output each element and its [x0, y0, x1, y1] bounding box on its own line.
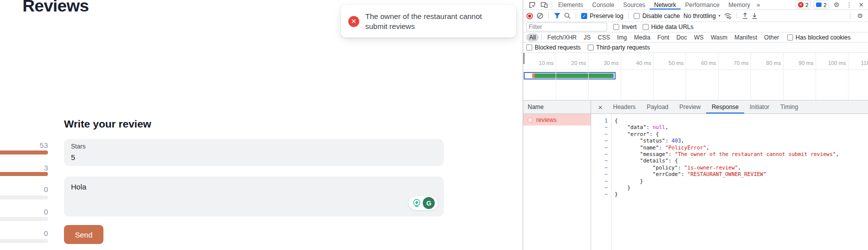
settings-icon[interactable]: ⚙ [834, 1, 840, 8]
filter-chip-js[interactable]: JS [581, 34, 594, 42]
third-party-requests-checkbox[interactable]: Third-party requests [588, 44, 650, 51]
code-text: "message": "The owner of the restaurant … [611, 151, 839, 158]
filter-funnel-icon[interactable] [554, 12, 561, 19]
checkbox-icon [613, 24, 619, 30]
timeline-gridline [588, 53, 589, 100]
gutter-divider [611, 114, 612, 250]
token-key: "error" [627, 131, 649, 137]
kebab-menu-icon[interactable]: ⋮ [846, 1, 853, 8]
device-toolbar-icon[interactable] [541, 2, 548, 8]
checkbox-checked-icon: ✓ [581, 13, 587, 19]
rating-count: 0 [0, 185, 48, 194]
network-settings-icon[interactable]: ⚙ [857, 12, 863, 20]
rating-bar [0, 172, 48, 176]
token-pl: } [615, 184, 631, 190]
token-key: "details" [640, 158, 669, 164]
gutter-marker[interactable]: − [591, 158, 611, 164]
has-blocked-cookies-checkbox[interactable]: Has blocked cookies [787, 34, 851, 41]
gutter-marker[interactable]: − [591, 178, 611, 184]
request-overview-bar[interactable] [524, 72, 616, 80]
stars-value: 5 [71, 153, 437, 162]
disable-cache-checkbox[interactable]: Disable cache [634, 12, 680, 20]
tab-console[interactable]: Console [588, 0, 619, 10]
token-pl: , [836, 151, 839, 157]
gutter-marker[interactable]: − [591, 131, 611, 138]
checkbox-icon [787, 34, 793, 40]
rating-bar [0, 150, 48, 154]
gutter-marker[interactable]: − [591, 151, 611, 158]
invert-checkbox[interactable]: Invert [613, 24, 637, 30]
tab-performance[interactable]: Performance [681, 0, 724, 10]
code-text: "status": 403, [611, 138, 684, 144]
import-har-icon[interactable] [742, 12, 748, 19]
gutter-marker[interactable]: − [591, 164, 611, 171]
error-count-badge[interactable]: ✕ 2 [796, 0, 811, 9]
blocked-requests-checkbox[interactable]: Blocked requests [526, 44, 581, 51]
suggestion-bulb-icon[interactable] [412, 198, 422, 208]
timeline-gridline [718, 53, 719, 100]
record-icon[interactable] [526, 12, 533, 20]
grammarly-icon[interactable]: G [423, 197, 435, 209]
name-column-header[interactable]: Name [523, 100, 591, 114]
clear-icon[interactable] [537, 12, 543, 19]
issues-badge[interactable]: 2 [814, 0, 829, 9]
throttling-select[interactable]: No throttling ▾ [684, 12, 721, 20]
code-text: "data": null, [611, 124, 669, 130]
detail-tab-preview[interactable]: Preview [674, 100, 707, 114]
gutter-marker[interactable]: − [591, 171, 611, 178]
tab-memory[interactable]: Memory [724, 0, 755, 10]
filter-chip-wasm[interactable]: Wasm [708, 34, 731, 42]
detail-tabs: × HeadersPayloadPreviewResponseInitiator… [591, 100, 868, 114]
close-detail-icon[interactable]: × [598, 103, 603, 112]
gutter-marker[interactable]: − [591, 184, 611, 191]
close-devtools-icon[interactable]: × [859, 0, 864, 10]
chevron-down-icon: ▾ [718, 14, 720, 18]
filter-chip-ws[interactable]: WS [691, 34, 707, 42]
gutter-marker[interactable]: 1 [591, 118, 611, 124]
stars-field[interactable]: Stars 5 [64, 139, 444, 166]
detail-tab-headers[interactable]: Headers [608, 100, 641, 114]
filter-chip-all[interactable]: All [526, 34, 539, 42]
filter-chip-css[interactable]: CSS [595, 34, 613, 42]
main-tabs: ElementsConsoleSourcesNetworkPerformance… [554, 0, 755, 10]
checkbox-icon [634, 13, 640, 19]
rating-bar [0, 239, 48, 243]
search-icon[interactable] [564, 12, 571, 19]
type-chips: AllFetch/XHRJSCSSImgMediaFontDocWSWasmMa… [526, 34, 782, 42]
request-row-reviews[interactable]: reviews [523, 114, 591, 126]
preserve-log-checkbox[interactable]: ✓ Preserve log [581, 12, 623, 20]
tab-sources[interactable]: Sources [619, 0, 650, 10]
tab-elements[interactable]: Elements [554, 0, 588, 10]
export-har-icon[interactable] [752, 12, 758, 19]
detail-tab-initiator[interactable]: Initiator [744, 100, 775, 114]
gutter-marker[interactable]: − [591, 144, 611, 151]
gutter-marker[interactable]: − [591, 124, 611, 130]
hide-data-urls-checkbox[interactable]: Hide data URLs [643, 24, 694, 30]
inspect-element-icon[interactable] [529, 2, 536, 8]
gutter-marker[interactable]: − [591, 191, 611, 198]
filter-chip-other[interactable]: Other [761, 34, 782, 42]
filter-chip-fetch-xhr[interactable]: Fetch/XHR [544, 34, 580, 42]
network-conditions-icon[interactable] [724, 12, 732, 19]
timeline-tick: 40 ms [623, 60, 651, 66]
filter-chip-img[interactable]: Img [614, 34, 630, 42]
tab-network[interactable]: Network [650, 0, 681, 10]
token-pl: , [665, 124, 668, 130]
more-tabs-icon[interactable]: » [757, 2, 761, 8]
filter-chip-media[interactable]: Media [631, 34, 654, 42]
filter-chip-manifest[interactable]: Manifest [732, 34, 760, 42]
detail-tab-response[interactable]: Response [706, 100, 744, 114]
timeline-tick: 90 ms [785, 60, 814, 66]
detail-tab-payload[interactable]: Payload [641, 100, 674, 114]
timeline-scrubber[interactable] [523, 53, 525, 64]
filter-chip-font[interactable]: Font [654, 34, 672, 42]
filter-chip-doc[interactable]: Doc [673, 34, 690, 42]
review-textarea[interactable]: Hola [64, 176, 444, 216]
divider [576, 12, 576, 19]
grammarly-widget[interactable]: G [408, 196, 438, 210]
send-button[interactable]: Send [64, 225, 103, 244]
timeline-overview[interactable]: 10 ms20 ms30 ms40 ms50 ms60 ms70 ms80 ms… [523, 53, 868, 100]
detail-tab-timing[interactable]: Timing [775, 100, 804, 114]
filter-input[interactable] [526, 22, 607, 32]
gutter-marker[interactable]: − [591, 138, 611, 144]
